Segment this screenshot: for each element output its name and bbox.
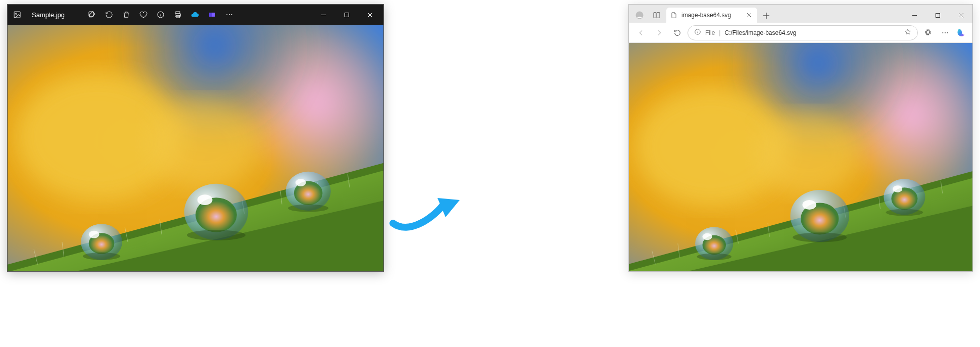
- favorite-star-icon[interactable]: [904, 28, 911, 37]
- photos-window-controls: [312, 7, 381, 23]
- back-button[interactable]: [633, 25, 649, 41]
- forward-button[interactable]: [651, 25, 667, 41]
- delete-icon[interactable]: [119, 8, 133, 22]
- photos-app-icon: [12, 9, 23, 20]
- settings-more-icon[interactable]: [937, 25, 953, 41]
- svg-rect-48: [654, 13, 656, 18]
- svg-point-38: [226, 14, 227, 15]
- svg-point-30: [16, 13, 17, 15]
- photos-titlebar: Sample.jpg: [8, 5, 383, 25]
- edge-window-controls: [903, 8, 972, 23]
- svg-point-59: [942, 32, 943, 33]
- maximize-button[interactable]: [335, 7, 358, 23]
- tab-actions-icon[interactable]: [649, 8, 664, 23]
- svg-point-39: [229, 14, 230, 15]
- url-input[interactable]: [724, 29, 900, 36]
- info-icon[interactable]: [154, 8, 168, 22]
- svg-point-47: [639, 13, 641, 15]
- svg-point-60: [945, 32, 946, 33]
- tab-close-icon[interactable]: [745, 11, 753, 19]
- svg-point-40: [231, 14, 232, 15]
- edge-browser-window: image-base64.svg: [628, 4, 973, 272]
- close-button[interactable]: [949, 8, 972, 23]
- rotate-icon[interactable]: [102, 8, 116, 22]
- url-separator: |: [719, 29, 720, 36]
- clipchamp-icon[interactable]: [205, 8, 219, 22]
- url-scheme-label: File: [705, 29, 715, 36]
- tab-title: image-base64.svg: [681, 12, 741, 19]
- svg-rect-49: [657, 13, 660, 18]
- edit-icon[interactable]: [85, 8, 99, 22]
- browser-viewport[interactable]: [629, 43, 972, 271]
- svg-marker-45: [437, 198, 460, 217]
- more-icon[interactable]: [222, 8, 236, 22]
- copilot-icon[interactable]: [954, 26, 968, 40]
- svg-rect-42: [345, 13, 349, 17]
- photos-viewport[interactable]: [8, 25, 383, 271]
- onedrive-icon[interactable]: [188, 8, 202, 22]
- edge-chrome: image-base64.svg: [629, 5, 972, 43]
- profile-icon[interactable]: [632, 8, 647, 23]
- conversion-arrow: [389, 187, 460, 242]
- address-bar[interactable]: File |: [688, 25, 918, 40]
- minimize-button[interactable]: [312, 7, 335, 23]
- site-info-icon[interactable]: [694, 28, 701, 37]
- photos-app-window: Sample.jpg: [7, 4, 384, 272]
- refresh-button[interactable]: [669, 25, 685, 41]
- file-favicon: [670, 12, 677, 19]
- svg-rect-29: [14, 12, 20, 18]
- photos-toolbar: [85, 8, 312, 22]
- new-tab-button[interactable]: [759, 9, 773, 23]
- edge-toolbar: File |: [629, 23, 972, 43]
- svg-point-61: [947, 32, 948, 33]
- close-button[interactable]: [358, 7, 381, 23]
- print-icon[interactable]: [171, 8, 185, 22]
- photos-filename: Sample.jpg: [32, 11, 65, 19]
- browser-tab[interactable]: image-base64.svg: [666, 8, 757, 23]
- heart-icon[interactable]: [136, 8, 151, 22]
- svg-rect-33: [176, 12, 180, 14]
- maximize-button[interactable]: [926, 8, 949, 23]
- edge-tabstrip: image-base64.svg: [629, 5, 972, 23]
- svg-rect-37: [209, 13, 212, 17]
- extensions-icon[interactable]: [920, 25, 936, 41]
- minimize-button[interactable]: [903, 8, 926, 23]
- svg-rect-55: [936, 13, 940, 17]
- edge-right-buttons: [920, 25, 968, 41]
